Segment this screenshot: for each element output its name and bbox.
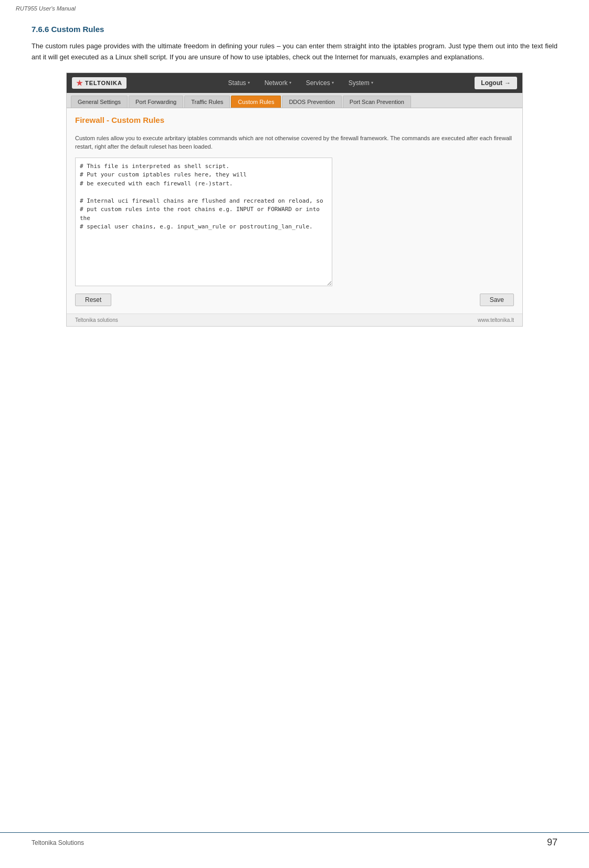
- footer-right-text: www.teltonika.lt: [478, 317, 514, 323]
- nav-services-arrow: ▾: [332, 80, 334, 85]
- nav-network-label: Network: [265, 79, 288, 87]
- tab-general-settings[interactable]: General Settings: [71, 96, 128, 108]
- router-nav-items: Status ▾ Network ▾ Services ▾ System ▾: [222, 76, 380, 90]
- tab-port-scan-prevention[interactable]: Port Scan Prevention: [343, 96, 411, 108]
- logout-label: Logout: [481, 79, 502, 87]
- section-body-text: The custom rules page provides with the …: [31, 41, 558, 63]
- nav-services-label: Services: [306, 79, 330, 87]
- tab-ddos-prevention[interactable]: DDOS Prevention: [282, 96, 341, 108]
- nav-item-services[interactable]: Services ▾: [300, 76, 340, 90]
- tab-port-forwarding[interactable]: Port Forwarding: [129, 96, 183, 108]
- nav-item-system[interactable]: System ▾: [342, 76, 380, 90]
- tab-custom-rules[interactable]: Custom Rules: [231, 96, 281, 108]
- router-subnav: General Settings Port Forwarding Traffic…: [67, 93, 522, 108]
- router-logo: ★ TELTONIKA: [72, 77, 127, 89]
- nav-status-label: Status: [228, 79, 246, 87]
- router-ui-screenshot: ★ TELTONIKA Status ▾ Network ▾ Services …: [66, 72, 523, 327]
- page-heading: Firewall - Custom Rules: [75, 116, 514, 128]
- nav-status-arrow: ▾: [248, 80, 250, 85]
- logout-icon: →: [504, 79, 511, 87]
- footer-company: Teltonika Solutions: [31, 839, 84, 846]
- section-title: 7.6.6 Custom Rules: [31, 25, 558, 34]
- nav-item-network[interactable]: Network ▾: [258, 76, 298, 90]
- footer-page-number: 97: [547, 837, 558, 848]
- tab-traffic-rules[interactable]: Traffic Rules: [184, 96, 230, 108]
- router-page-content: Firewall - Custom Rules Custom rules all…: [67, 108, 522, 313]
- custom-rules-textarea[interactable]: # This file is interpreted as shell scri…: [75, 158, 332, 286]
- code-textarea-wrapper: # This file is interpreted as shell scri…: [75, 158, 514, 286]
- logo-box: ★ TELTONIKA: [72, 77, 127, 89]
- doc-content: 7.6.6 Custom Rules The custom rules page…: [0, 14, 589, 374]
- reset-button[interactable]: Reset: [75, 294, 111, 306]
- document-header: RUT955 User's Manual: [0, 0, 589, 14]
- info-text: Custom rules allow you to execute arbrit…: [75, 134, 514, 151]
- router-footer: Teltonika solutions www.teltonika.lt: [67, 313, 522, 326]
- nav-system-arrow: ▾: [371, 80, 373, 85]
- wifi-icon: ★: [76, 79, 83, 87]
- button-row: Reset Save: [75, 294, 514, 306]
- nav-item-status[interactable]: Status ▾: [222, 76, 256, 90]
- document-footer: Teltonika Solutions 97: [0, 832, 589, 852]
- footer-left-text: Teltonika solutions: [75, 317, 118, 323]
- logo-text: TELTONIKA: [85, 80, 122, 86]
- nav-network-arrow: ▾: [289, 80, 291, 85]
- document-title: RUT955 User's Manual: [16, 5, 76, 12]
- save-button[interactable]: Save: [480, 294, 514, 306]
- logout-button[interactable]: Logout →: [475, 77, 517, 89]
- router-navbar: ★ TELTONIKA Status ▾ Network ▾ Services …: [67, 73, 522, 93]
- nav-system-label: System: [349, 79, 370, 87]
